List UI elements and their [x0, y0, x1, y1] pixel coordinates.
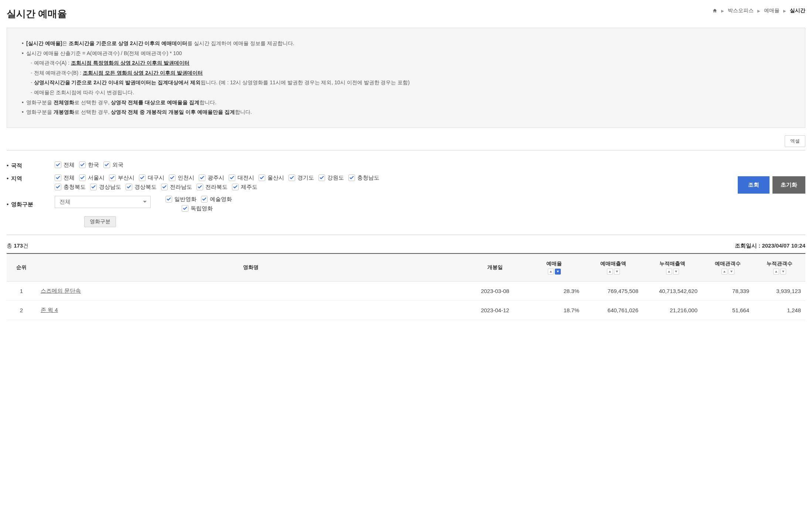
cell-sales: 769,475,508 — [584, 282, 643, 301]
checkbox-icon — [161, 184, 168, 190]
checkbox-icon — [139, 174, 146, 181]
region-opt-4[interactable]: 인천시 — [169, 174, 194, 181]
filter-panel: 국적 전체한국외국 지역 전체서울시부산시대구시인천시광주시대전시울산시경기도강… — [7, 161, 805, 228]
region-opt-16[interactable]: 제주도 — [232, 184, 257, 191]
checkbox-icon — [79, 161, 86, 168]
checkbox-label: 전체 — [64, 161, 75, 168]
col-open: 개봉일 — [465, 253, 525, 282]
excel-button[interactable]: 엑셀 — [785, 135, 805, 147]
cell-open: 2023-04-12 — [465, 301, 525, 320]
filter-label-region: 지역 — [7, 174, 55, 182]
region-opt-15[interactable]: 전라북도 — [197, 184, 228, 191]
category-tooltip: 영화구분 — [84, 216, 116, 227]
sort-cumsales-desc[interactable] — [673, 269, 679, 275]
region-opt-2[interactable]: 부산시 — [109, 174, 134, 181]
sort-sales-asc[interactable] — [607, 269, 613, 275]
breadcrumb-sep: ▶ — [721, 9, 724, 13]
col-aud[interactable]: 예매관객수 — [702, 253, 754, 282]
search-button[interactable]: 조회 — [738, 176, 770, 194]
filter-label-nationality: 국적 — [7, 161, 55, 169]
nationality-kr[interactable]: 한국 — [79, 161, 99, 168]
checkbox-label: 경기도 — [297, 174, 314, 181]
table-row: 1스즈메의 문단속2023-03-0828.3%769,475,50840,71… — [7, 282, 805, 301]
checkbox-icon — [318, 174, 325, 181]
checkbox-icon — [126, 184, 132, 190]
reset-button[interactable]: 초기화 — [772, 176, 805, 194]
cell-cum-aud: 3,939,123 — [754, 282, 805, 301]
checkbox-icon — [55, 174, 61, 181]
checkbox-label: 인천시 — [178, 174, 194, 181]
col-title: 영화명 — [36, 253, 465, 282]
breadcrumb: ▶ 박스오피스 ▶ 예매율 ▶ 실시간 — [712, 7, 805, 14]
cell-aud: 78,339 — [702, 282, 754, 301]
category-general[interactable]: 일반영화 — [166, 196, 197, 203]
breadcrumb-item[interactable]: 박스오피스 — [728, 7, 754, 14]
sort-cumaud-desc[interactable] — [780, 269, 786, 275]
checkbox-icon — [232, 184, 239, 190]
cell-rate: 18.7% — [525, 301, 584, 320]
sort-sales-desc[interactable] — [614, 269, 620, 275]
col-cum-sales[interactable]: 누적매출액 — [643, 253, 702, 282]
cell-title: 존 윅 4 — [36, 301, 465, 320]
checkbox-label: 전체 — [64, 174, 75, 181]
sort-rate-desc[interactable] — [555, 269, 561, 275]
checkbox-label: 충청남도 — [357, 174, 379, 181]
checkbox-icon — [197, 184, 203, 190]
checkbox-label: 강원도 — [327, 174, 344, 181]
region-opt-10[interactable]: 충청남도 — [348, 174, 379, 181]
sort-cumaud-asc[interactable] — [773, 269, 779, 275]
checkbox-label: 광주시 — [208, 174, 224, 181]
cell-aud: 51,664 — [702, 301, 754, 320]
region-opt-14[interactable]: 전라남도 — [161, 184, 192, 191]
checkbox-label: 울산시 — [267, 174, 284, 181]
checkbox-icon — [169, 174, 175, 181]
checkbox-label: 대구시 — [148, 174, 164, 181]
region-opt-7[interactable]: 울산시 — [259, 174, 284, 181]
home-icon[interactable] — [712, 8, 717, 13]
region-opt-0[interactable]: 전체 — [55, 174, 75, 181]
checkbox-icon — [90, 184, 97, 190]
category-select[interactable]: 전체 — [55, 196, 151, 208]
region-opt-1[interactable]: 서울시 — [79, 174, 105, 181]
cell-sales: 640,761,026 — [584, 301, 643, 320]
region-opt-12[interactable]: 경상남도 — [90, 184, 121, 191]
region-opt-11[interactable]: 충청북도 — [55, 184, 86, 191]
region-opt-9[interactable]: 강원도 — [318, 174, 344, 181]
movie-link[interactable]: 스즈메의 문단속 — [41, 287, 81, 294]
sort-rate-asc[interactable] — [548, 269, 554, 275]
cell-rank: 1 — [7, 282, 36, 301]
region-opt-3[interactable]: 대구시 — [139, 174, 164, 181]
checkbox-label: 전라북도 — [205, 184, 228, 191]
checkbox-icon — [229, 174, 235, 181]
cell-title: 스즈메의 문단속 — [36, 282, 465, 301]
cell-rate: 28.3% — [525, 282, 584, 301]
region-opt-6[interactable]: 대전시 — [229, 174, 254, 181]
movie-link[interactable]: 존 윅 4 — [41, 307, 58, 313]
category-art[interactable]: 예술영화 — [201, 196, 232, 203]
col-cum-aud[interactable]: 누적관객수 — [754, 253, 805, 282]
checkbox-label: 외국 — [112, 161, 123, 168]
checkbox-icon — [348, 174, 355, 181]
region-opt-13[interactable]: 경상북도 — [126, 184, 157, 191]
nationality-foreign[interactable]: 외국 — [103, 161, 123, 168]
region-opt-8[interactable]: 경기도 — [289, 174, 314, 181]
page-title: 실시간 예매율 — [7, 7, 67, 20]
sort-aud-desc[interactable] — [729, 269, 734, 275]
filter-label-category: 영화구분 — [7, 200, 55, 208]
breadcrumb-sep: ▶ — [783, 9, 786, 13]
nationality-all[interactable]: 전체 — [55, 161, 75, 168]
results-table: 순위 영화명 개봉일 예매율 예매매출액 누적매출액 — [7, 253, 805, 320]
checkbox-label: 한국 — [88, 161, 99, 168]
col-rate[interactable]: 예매율 — [525, 253, 584, 282]
sort-aud-asc[interactable] — [721, 269, 727, 275]
checkbox-label: 일반영화 — [174, 196, 197, 203]
breadcrumb-item[interactable]: 예매율 — [764, 7, 779, 14]
category-indie[interactable]: 독립영화 — [182, 205, 213, 212]
checkbox-label: 독립영화 — [191, 205, 213, 212]
checkbox-icon — [259, 174, 265, 181]
sort-cumsales-asc[interactable] — [666, 269, 672, 275]
checkbox-icon — [103, 161, 110, 168]
checkbox-label: 충청북도 — [64, 184, 86, 191]
region-opt-5[interactable]: 광주시 — [199, 174, 224, 181]
col-sales[interactable]: 예매매출액 — [584, 253, 643, 282]
